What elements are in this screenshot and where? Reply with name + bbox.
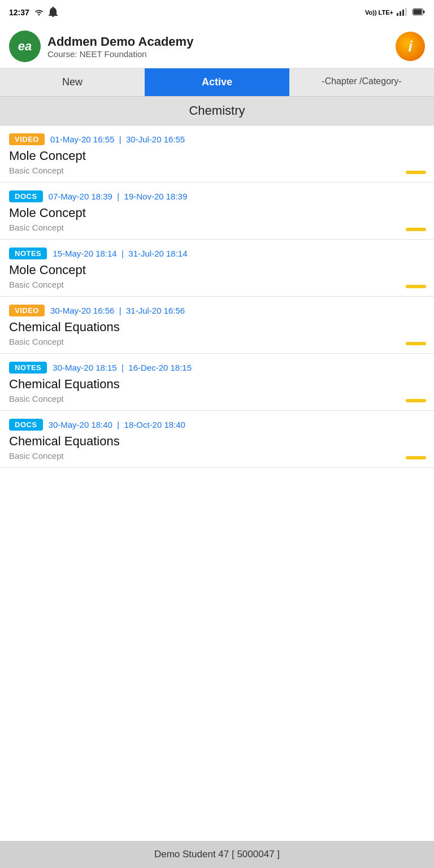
item-title-2: Mole Concept — [9, 263, 425, 277]
badge-docs: DOCS — [9, 190, 43, 202]
date-range-4: 30-May-20 18:15 | 16-Dec-20 18:15 — [53, 363, 192, 372]
date-range-2: 15-May-20 18:14 | 31-Jul-20 18:14 — [53, 249, 187, 258]
item-subtitle-4: Basic Concept — [9, 394, 425, 403]
item-title-5: Chemical Equations — [9, 434, 425, 449]
signal-bars-icon — [397, 8, 409, 18]
item-indicator-1 — [406, 228, 426, 231]
app-logo: ea — [9, 31, 41, 62]
logo-text: ea — [18, 39, 32, 54]
list-item[interactable]: DOCS 07-May-20 18:39 | 19-Nov-20 18:39 M… — [0, 183, 434, 240]
item-indicator-2 — [406, 285, 426, 288]
item-meta-3: VIDEO 30-May-20 16:56 | 31-Jul-20 16:56 — [9, 305, 425, 316]
info-icon: i — [408, 38, 412, 55]
item-indicator-5 — [406, 456, 426, 459]
bell-icon — [49, 7, 58, 19]
svg-rect-6 — [414, 9, 422, 14]
tab-new[interactable]: New — [0, 68, 145, 96]
date-range-1: 07-May-20 18:39 | 19-Nov-20 18:39 — [49, 192, 188, 201]
battery-icon — [413, 8, 425, 17]
svg-rect-7 — [423, 10, 425, 13]
status-bar: 12:37 Vo)) LTE+ — [0, 0, 434, 25]
footer-bar: Demo Student 47 [ 5000047 ] — [0, 841, 434, 868]
network-label: Vo)) LTE+ — [365, 9, 393, 16]
list-item[interactable]: VIDEO 01-May-20 16:55 | 30-Jul-20 16:55 … — [0, 125, 434, 183]
tab-chapter-category[interactable]: -Chapter /Category- — [289, 68, 434, 96]
status-left: 12:37 — [9, 7, 58, 19]
section-title: Chemistry — [0, 97, 434, 125]
list-item[interactable]: VIDEO 30-May-20 16:56 | 31-Jul-20 16:56 … — [0, 297, 434, 354]
info-button[interactable]: i — [396, 32, 425, 61]
badge-docs: DOCS — [9, 419, 43, 431]
badge-video: VIDEO — [9, 133, 45, 145]
item-meta-5: DOCS 30-May-20 18:40 | 18-Oct-20 18:40 — [9, 419, 425, 431]
status-right: Vo)) LTE+ — [365, 8, 425, 18]
item-meta-0: VIDEO 01-May-20 16:55 | 30-Jul-20 16:55 — [9, 133, 425, 145]
header-text-block: Addmen Demo Academy Course: NEET Foundat… — [47, 34, 193, 59]
item-meta-1: DOCS 07-May-20 18:39 | 19-Nov-20 18:39 — [9, 190, 425, 202]
app-header: ea Addmen Demo Academy Course: NEET Foun… — [0, 25, 434, 68]
tab-bar: New Active -Chapter /Category- — [0, 68, 434, 97]
svg-rect-0 — [397, 13, 398, 16]
footer-text: Demo Student 47 [ 5000047 ] — [154, 849, 280, 860]
item-meta-2: NOTES 15-May-20 18:14 | 31-Jul-20 18:14 — [9, 248, 425, 259]
badge-video: VIDEO — [9, 305, 45, 316]
list-item[interactable]: NOTES 30-May-20 18:15 | 16-Dec-20 18:15 … — [0, 354, 434, 411]
svg-rect-2 — [402, 10, 404, 16]
item-subtitle-0: Basic Concept — [9, 166, 425, 175]
item-indicator-0 — [406, 171, 426, 174]
svg-rect-4 — [405, 8, 407, 16]
date-range-3: 30-May-20 16:56 | 31-Jul-20 16:56 — [50, 306, 185, 315]
list-item[interactable]: DOCS 30-May-20 18:40 | 18-Oct-20 18:40 C… — [0, 411, 434, 468]
svg-rect-1 — [400, 11, 401, 16]
item-title-4: Chemical Equations — [9, 377, 425, 392]
date-range-0: 01-May-20 16:55 | 30-Jul-20 16:55 — [50, 134, 185, 144]
app-title: Addmen Demo Academy — [47, 34, 193, 49]
item-title-0: Mole Concept — [9, 149, 425, 163]
list-item[interactable]: NOTES 15-May-20 18:14 | 31-Jul-20 18:14 … — [0, 240, 434, 297]
content-list: VIDEO 01-May-20 16:55 | 30-Jul-20 16:55 … — [0, 125, 434, 841]
item-subtitle-2: Basic Concept — [9, 280, 425, 289]
app-subtitle: Course: NEET Foundation — [47, 49, 193, 59]
item-subtitle-5: Basic Concept — [9, 451, 425, 461]
badge-notes: NOTES — [9, 248, 47, 259]
date-range-5: 30-May-20 18:40 | 18-Oct-20 18:40 — [49, 420, 185, 429]
header-left: ea Addmen Demo Academy Course: NEET Foun… — [9, 31, 193, 62]
item-indicator-3 — [406, 342, 426, 345]
item-meta-4: NOTES 30-May-20 18:15 | 16-Dec-20 18:15 — [9, 362, 425, 374]
time-display: 12:37 — [9, 8, 29, 17]
badge-notes: NOTES — [9, 362, 47, 374]
item-subtitle-3: Basic Concept — [9, 337, 425, 346]
item-indicator-4 — [406, 399, 426, 402]
item-subtitle-1: Basic Concept — [9, 223, 425, 232]
wifi-icon — [34, 8, 44, 18]
tab-active[interactable]: Active — [145, 68, 289, 96]
item-title-1: Mole Concept — [9, 206, 425, 220]
item-title-3: Chemical Equations — [9, 320, 425, 335]
